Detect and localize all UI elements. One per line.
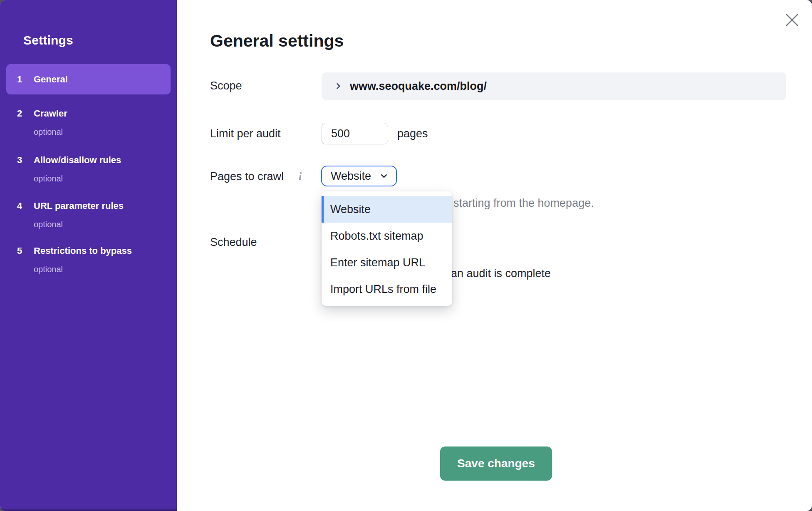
scope-value: www.seoquake.com/blog/ — [350, 80, 487, 93]
sidebar-item-label: Crawler — [34, 107, 67, 120]
sidebar-item-allow-disallow-rules[interactable]: 3 Allow/disallow rules optional — [6, 150, 171, 188]
save-changes-button[interactable]: Save changes — [440, 447, 552, 481]
sidebar-item-optional: optional — [34, 173, 121, 184]
page-title: General settings — [210, 31, 344, 51]
sidebar-item-restrictions-to-bypass[interactable]: 5 Restrictions to bypass optional — [6, 241, 171, 279]
limit-per-audit-label: Limit per audit — [210, 127, 281, 140]
pages-to-crawl-selected-value: Website — [331, 170, 371, 183]
sidebar-item-number: 4 — [17, 200, 34, 212]
sidebar-item-optional: optional — [34, 219, 124, 230]
pages-to-crawl-dropdown-menu: Website Robots.txt sitemap Enter sitemap… — [322, 191, 452, 306]
limit-per-audit-input[interactable] — [322, 123, 388, 144]
sidebar-item-number: 2 — [17, 107, 34, 120]
chevron-right-icon — [334, 82, 342, 90]
sidebar-item-optional: optional — [34, 264, 132, 275]
settings-sidebar: Settings 1 General 2 Crawler optional 3 … — [0, 0, 177, 509]
pages-to-crawl-helper-text: starting from the homepage. — [453, 196, 594, 210]
pages-to-crawl-select[interactable]: Website — [321, 166, 397, 186]
sidebar-item-optional: optional — [34, 127, 67, 137]
sidebar-item-general[interactable]: 1 General — [6, 64, 171, 94]
scope-field[interactable]: www.seoquake.com/blog/ — [322, 72, 786, 100]
sidebar-title: Settings — [23, 33, 73, 47]
dropdown-option-robots-txt-sitemap[interactable]: Robots.txt sitemap — [322, 223, 452, 249]
sidebar-item-number: 5 — [17, 245, 34, 257]
sidebar-bottom-edge — [0, 509, 177, 511]
dropdown-option-enter-sitemap-url[interactable]: Enter sitemap URL — [322, 249, 452, 276]
sidebar-item-crawler[interactable]: 2 Crawler optional — [6, 103, 171, 141]
sidebar-item-label: General — [34, 73, 68, 86]
settings-modal: Settings 1 General 2 Crawler optional 3 … — [0, 0, 812, 511]
limit-unit-label: pages — [397, 127, 428, 140]
sidebar-item-url-parameter-rules[interactable]: 4 URL parameter rules optional — [6, 196, 171, 234]
pages-to-crawl-label: Pages to crawl — [210, 170, 284, 183]
scope-label: Scope — [210, 79, 242, 92]
dropdown-option-website[interactable]: Website — [322, 196, 452, 223]
dropdown-option-import-urls-from-file[interactable]: Import URLs from file — [322, 276, 452, 303]
sidebar-item-number: 1 — [17, 73, 34, 86]
schedule-partial-text: an audit is complete — [451, 267, 551, 280]
sidebar-item-label: Allow/disallow rules — [34, 154, 121, 166]
sidebar-item-label: Restrictions to bypass — [34, 245, 132, 257]
sidebar-item-label: URL parameter rules — [34, 200, 124, 212]
close-button[interactable] — [781, 9, 803, 31]
info-icon[interactable]: i — [299, 170, 302, 183]
sidebar-item-number: 3 — [17, 154, 34, 166]
chevron-down-icon — [379, 171, 389, 181]
close-icon — [784, 12, 800, 28]
schedule-label: Schedule — [210, 236, 257, 249]
